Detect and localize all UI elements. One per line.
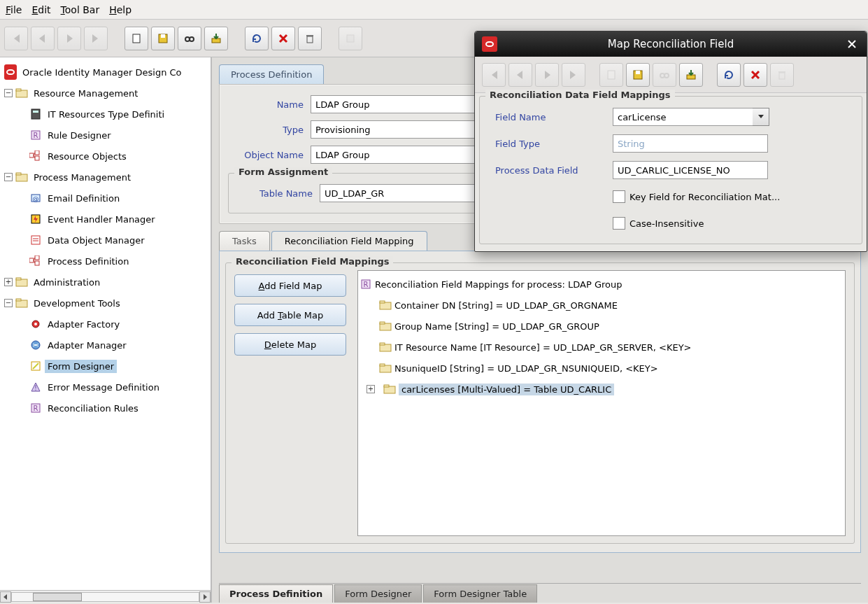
recon-tree-item-selected[interactable]: + carLicenses [Multi-Valued] = Table UD_… bbox=[360, 379, 844, 400]
scroll-right-icon[interactable] bbox=[199, 591, 211, 603]
process-data-field-input[interactable] bbox=[613, 161, 768, 179]
type-label: Type bbox=[228, 125, 304, 135]
trash-button[interactable] bbox=[770, 63, 794, 87]
recon-tree-item[interactable]: IT Resource Name [IT Resource] = UD_LDAP… bbox=[360, 337, 844, 358]
tree-adapter-manager[interactable]: Adapter Manager bbox=[1, 335, 211, 356]
dropdown-button[interactable] bbox=[753, 108, 769, 126]
tree-recon-rules[interactable]: R Reconciliation Rules bbox=[1, 398, 211, 419]
import-button[interactable] bbox=[204, 27, 228, 50]
tree-rule-designer[interactable]: R Rule Designer bbox=[1, 125, 211, 146]
tree-form-designer[interactable]: Form Designer bbox=[1, 356, 211, 377]
trash-button[interactable] bbox=[298, 27, 322, 50]
recon-tree-root[interactable]: R Reconciliation Field Mappings for proc… bbox=[360, 274, 844, 295]
tree-it-resources-type[interactable]: IT Resources Type Definiti bbox=[1, 104, 211, 125]
nav-last-button[interactable] bbox=[562, 63, 585, 87]
tree-administration[interactable]: + Administration bbox=[1, 272, 211, 293]
nav-last-button[interactable] bbox=[84, 27, 108, 50]
tree-event-handler[interactable]: Event Handler Manager bbox=[1, 209, 211, 230]
import-button[interactable] bbox=[679, 63, 703, 87]
notes-button[interactable] bbox=[339, 27, 362, 50]
save-button[interactable] bbox=[151, 27, 175, 50]
expand-icon[interactable]: + bbox=[367, 385, 375, 393]
collapse-icon[interactable]: − bbox=[4, 299, 13, 307]
svg-rect-48 bbox=[380, 323, 391, 330]
refresh-button[interactable] bbox=[245, 27, 269, 50]
bottom-tab-form-designer[interactable]: Form Designer bbox=[334, 584, 422, 603]
svg-point-59 bbox=[660, 73, 664, 78]
tree-data-object-mgr[interactable]: Data Object Manager bbox=[1, 230, 211, 251]
svg-rect-0 bbox=[133, 34, 140, 43]
field-type-input bbox=[613, 134, 768, 153]
nav-prev-button[interactable] bbox=[31, 27, 55, 50]
tree-label: Email Definition bbox=[45, 192, 122, 205]
menu-toolbar[interactable]: Tool Bar bbox=[61, 4, 100, 15]
field-name-combo[interactable] bbox=[613, 108, 753, 126]
nav-next-button[interactable] bbox=[57, 27, 81, 50]
recon-tree-item[interactable]: NsuniqueID [String] = UD_LDAP_GR_NSUNIQU… bbox=[360, 358, 844, 379]
bottom-tab-process-definition[interactable]: Process Definition bbox=[219, 584, 333, 603]
find-binoculars-button[interactable] bbox=[653, 63, 676, 87]
svg-rect-36 bbox=[16, 299, 21, 301]
delete-x-button[interactable] bbox=[271, 27, 295, 50]
horizontal-scrollbar[interactable] bbox=[0, 590, 211, 603]
refresh-button[interactable] bbox=[717, 63, 741, 87]
svg-rect-34 bbox=[16, 278, 21, 280]
svg-text:!: ! bbox=[34, 384, 37, 392]
tree-dev-tools[interactable]: − Development Tools bbox=[1, 293, 211, 314]
nav-first-button[interactable] bbox=[482, 63, 506, 87]
menu-edit[interactable]: Edit bbox=[31, 4, 50, 15]
scrollbar-thumb[interactable] bbox=[33, 593, 82, 601]
svg-rect-62 bbox=[779, 73, 785, 79]
recon-tree-item[interactable]: Group Name [String] = UD_LDAP_GR_GROUP bbox=[360, 316, 844, 337]
recon-tree-item[interactable]: Container DN [String] = UD_LDAP_GR_ORGNA… bbox=[360, 295, 844, 316]
key-field-checkbox[interactable] bbox=[613, 190, 625, 203]
delete-x-button[interactable] bbox=[744, 63, 767, 87]
tree-label: Error Message Definition bbox=[45, 381, 162, 394]
menu-file[interactable]: File bbox=[6, 4, 22, 15]
svg-rect-29 bbox=[35, 255, 39, 260]
find-binoculars-button[interactable] bbox=[178, 27, 201, 50]
add-field-map-button[interactable]: Add Field Map bbox=[234, 274, 346, 297]
delete-map-button[interactable]: Delete Map bbox=[234, 333, 346, 356]
tree-resource-objects[interactable]: Resource Objects bbox=[1, 146, 211, 167]
scrollbar-track[interactable] bbox=[11, 592, 199, 602]
dialog-titlebar[interactable]: Map Reconciliation Field bbox=[475, 31, 867, 57]
tree-process-def[interactable]: Process Definition bbox=[1, 251, 211, 272]
svg-rect-49 bbox=[380, 322, 385, 324]
new-button[interactable] bbox=[599, 63, 623, 87]
nav-prev-button[interactable] bbox=[508, 63, 532, 87]
navigator-tree[interactable]: Oracle Identity Manager Design Co − Reso… bbox=[0, 57, 211, 590]
svg-rect-5 bbox=[212, 38, 220, 43]
case-insensitive-checkbox[interactable] bbox=[613, 217, 625, 230]
tab-recon-field-mapping[interactable]: Reconciliation Field Mapping bbox=[271, 231, 427, 251]
nav-first-button[interactable] bbox=[4, 27, 28, 50]
add-table-map-button[interactable]: Add Table Map bbox=[234, 304, 346, 326]
tree-label: Form Designer bbox=[45, 360, 117, 373]
tree-root[interactable]: Oracle Identity Manager Design Co bbox=[1, 62, 211, 83]
close-icon[interactable] bbox=[844, 36, 860, 52]
field-name-label: Field Name bbox=[495, 112, 607, 122]
svg-text:R: R bbox=[34, 132, 38, 139]
objects-icon bbox=[29, 255, 42, 267]
svg-point-39 bbox=[31, 341, 40, 349]
recon-mappings-tree[interactable]: R Reconciliation Field Mappings for proc… bbox=[357, 270, 846, 536]
collapse-icon[interactable]: − bbox=[4, 89, 13, 97]
table-name-label: Table Name bbox=[237, 188, 313, 199]
scroll-left-icon[interactable] bbox=[0, 591, 11, 603]
tree-resource-mgmt[interactable]: − Resource Management bbox=[1, 83, 211, 104]
new-button[interactable] bbox=[124, 27, 148, 50]
tree-process-mgmt[interactable]: − Process Management bbox=[1, 167, 211, 188]
tree-email-def[interactable]: @ Email Definition bbox=[1, 188, 211, 209]
tab-process-definition[interactable]: Process Definition bbox=[219, 64, 324, 84]
tree-adapter-factory[interactable]: Adapter Factory bbox=[1, 314, 211, 335]
bottom-tab-form-designer-table[interactable]: Form Designer Table bbox=[423, 584, 537, 603]
nav-next-button[interactable] bbox=[535, 63, 559, 87]
save-button[interactable] bbox=[626, 63, 650, 87]
collapse-icon[interactable]: − bbox=[4, 173, 13, 181]
tree-error-msg-def[interactable]: ! Error Message Definition bbox=[1, 377, 211, 398]
tab-tasks[interactable]: Tasks bbox=[219, 231, 270, 251]
tree-root-label: Oracle Identity Manager Design Co bbox=[20, 66, 185, 79]
svg-line-19 bbox=[34, 155, 35, 158]
menu-help[interactable]: Help bbox=[109, 4, 131, 15]
expand-icon[interactable]: + bbox=[4, 278, 13, 286]
